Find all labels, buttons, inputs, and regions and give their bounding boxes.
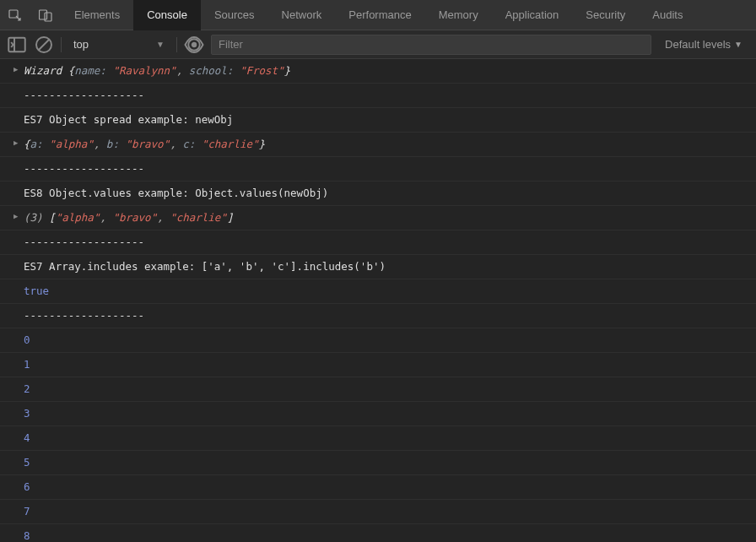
tab-elements[interactable]: Elements xyxy=(61,0,133,30)
log-row: ------------------- xyxy=(0,230,756,255)
log-row: 0 xyxy=(0,328,756,353)
svg-point-6 xyxy=(192,42,197,46)
log-row: ES7 Array.includes example: ['a', 'b', '… xyxy=(0,255,756,279)
show-console-sidebar-icon[interactable] xyxy=(7,35,27,55)
svg-rect-3 xyxy=(8,37,25,51)
log-row: true xyxy=(0,279,756,304)
execution-context-select[interactable]: top ▼ xyxy=(68,35,170,54)
tab-security[interactable]: Security xyxy=(572,0,639,30)
log-row: ------------------- xyxy=(0,304,756,328)
log-row: 2 xyxy=(0,377,756,402)
tab-application[interactable]: Application xyxy=(492,0,573,30)
tab-memory[interactable]: Memory xyxy=(425,0,492,30)
console-output: ▶Wizard {name: "Ravalynn", school: "Fros… xyxy=(0,59,756,542)
execution-context-label: top xyxy=(73,38,89,51)
expand-icon[interactable]: ▶ xyxy=(14,137,18,149)
log-row: 6 xyxy=(0,475,756,500)
live-expression-icon[interactable] xyxy=(184,35,204,55)
log-row: 7 xyxy=(0,500,756,524)
log-level-label: Default levels xyxy=(665,38,731,51)
log-row: ▶{a: "alpha", b: "bravo", c: "charlie"} xyxy=(0,133,756,157)
log-row: 5 xyxy=(0,451,756,475)
tab-console[interactable]: Console xyxy=(133,0,201,30)
log-row: ES7 Object spread example: newObj xyxy=(0,108,756,133)
log-row: 3 xyxy=(0,402,756,426)
expand-icon[interactable]: ▶ xyxy=(14,63,18,75)
inspect-icon[interactable] xyxy=(0,0,30,30)
device-toggle-icon[interactable] xyxy=(30,0,61,30)
console-toolbar: top ▼ Default levels ▼ xyxy=(0,30,756,59)
dropdown-triangle-icon: ▼ xyxy=(734,40,742,49)
tab-network[interactable]: Network xyxy=(268,0,336,30)
log-row: ▶Wizard {name: "Ravalynn", school: "Fros… xyxy=(0,59,756,84)
log-row: ES8 Object.values example: Object.values… xyxy=(0,182,756,206)
log-row: ▶(3) ["alpha", "bravo", "charlie"] xyxy=(0,206,756,230)
clear-console-icon[interactable] xyxy=(34,35,54,55)
log-row: 1 xyxy=(0,353,756,377)
dropdown-triangle-icon: ▼ xyxy=(156,40,165,49)
log-row: ------------------- xyxy=(0,157,756,182)
filter-input[interactable] xyxy=(211,35,651,55)
log-row: ------------------- xyxy=(0,84,756,108)
log-row: 4 xyxy=(0,426,756,451)
svg-rect-1 xyxy=(40,10,47,19)
log-row: 8 xyxy=(0,524,756,542)
tab-sources[interactable]: Sources xyxy=(201,0,268,30)
tab-performance[interactable]: Performance xyxy=(335,0,424,30)
expand-icon[interactable]: ▶ xyxy=(14,210,18,222)
devtools-tab-bar: Elements Console Sources Network Perform… xyxy=(0,0,756,30)
log-level-select[interactable]: Default levels ▼ xyxy=(658,38,749,51)
tab-audits[interactable]: Audits xyxy=(639,0,696,30)
